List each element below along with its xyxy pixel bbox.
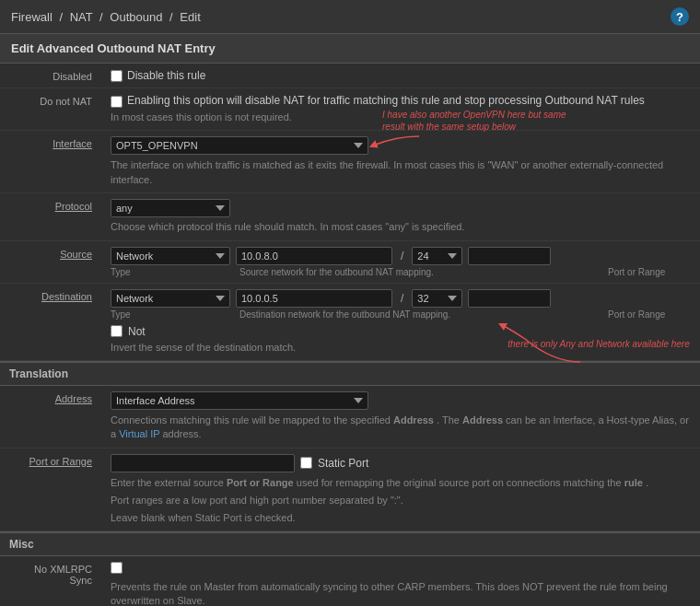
- pr-help3: .: [646, 477, 648, 488]
- address-label: Address: [0, 386, 101, 448]
- protocol-help: Choose which protocol this rule should m…: [111, 220, 691, 234]
- destination-cidr-select[interactable]: 1234567891011121314151617181920212223242…: [412, 289, 462, 308]
- page-title: Edit Advanced Outbound NAT Entry: [0, 34, 700, 64]
- pr-bold1: Port or Range: [227, 477, 294, 488]
- address-help-bold2: Address: [462, 414, 503, 425]
- protocol-label: Protocol: [0, 193, 101, 240]
- address-help-bold: Address: [393, 414, 434, 425]
- address-help-text2: . The: [437, 414, 460, 425]
- port-range-label: Port or Range: [0, 448, 101, 530]
- do-not-nat-checkbox[interactable]: [111, 96, 122, 108]
- port-range-help2: Port ranges are a low port and high port…: [111, 494, 691, 507]
- interface-label: Interface: [0, 131, 101, 193]
- source-port-label: Port or Range: [608, 267, 691, 277]
- not-label: Not: [128, 325, 146, 338]
- source-inline: Network / 123456789101112131415161718192…: [111, 247, 691, 265]
- destination-port-range-input[interactable]: [468, 289, 551, 308]
- do-not-nat-checkbox-label[interactable]: Enabling this option will disable NAT fo…: [111, 94, 691, 108]
- source-port-range-input[interactable]: [468, 247, 551, 265]
- interface-row: Interface OPT5_OPENVPN I have also anoth…: [0, 131, 700, 193]
- address-help-text4: address.: [162, 428, 201, 439]
- static-port-row: Static Port: [111, 454, 691, 472]
- protocol-select[interactable]: any: [111, 199, 230, 217]
- form-table: Disabled Disable this rule Do not NAT En…: [0, 64, 700, 361]
- xmlrpc-row: No XMLRPC Sync Prevents the rule on Mast…: [0, 556, 700, 606]
- source-label: Source: [0, 240, 101, 283]
- static-port-label: Static Port: [318, 457, 368, 470]
- static-port-checkbox[interactable]: [300, 457, 312, 469]
- destination-network-label: Destination network for the outbound NAT…: [239, 309, 450, 320]
- protocol-row: Protocol any Choose which protocol this …: [0, 193, 700, 240]
- address-help: Connections matching this rule will be m…: [111, 414, 691, 442]
- port-range-cell: Static Port Enter the external source Po…: [101, 448, 700, 530]
- xmlrpc-checkbox[interactable]: [111, 562, 122, 574]
- address-help-text1: Connections matching this rule will be m…: [111, 414, 391, 425]
- destination-row: Destination Network / 123456789101112131…: [0, 283, 700, 360]
- interface-annotation: I have also another OpenVPN here but sam…: [382, 109, 585, 133]
- address-help-link[interactable]: Virtual IP: [119, 428, 159, 439]
- port-range-main-input[interactable]: [111, 454, 295, 472]
- pr-help2: used for remapping the original source p…: [297, 477, 622, 488]
- translation-table: Address Interface Address Connections ma…: [0, 386, 700, 531]
- pr-bold2: rule: [624, 477, 643, 488]
- disabled-text: Disable this rule: [127, 69, 205, 82]
- interface-cell: OPT5_OPENVPN I have also another OpenVPN…: [101, 131, 700, 193]
- xmlrpc-help: Prevents the rule on Master from automat…: [111, 580, 691, 606]
- breadcrumb-edit: Edit: [180, 10, 200, 24]
- source-network-input[interactable]: [236, 247, 392, 265]
- destination-type-label: Type: [111, 309, 230, 320]
- port-range-help: Enter the external source Port or Range …: [111, 476, 691, 490]
- misc-section-header: Misc: [0, 531, 700, 556]
- destination-inline: Network / 123456789101112131415161718192…: [111, 289, 691, 308]
- port-range-help3: Leave blank when Static Port is checked.: [111, 511, 691, 525]
- source-cell: Network / 123456789101112131415161718192…: [101, 240, 700, 283]
- disabled-label: Disabled: [0, 64, 101, 88]
- destination-cell: Network / 123456789101112131415161718192…: [101, 283, 700, 360]
- source-type-label: Type: [111, 267, 230, 277]
- not-checkbox[interactable]: [111, 325, 122, 337]
- destination-port-label: Port or Range: [608, 309, 691, 320]
- source-labels: Type Source network for the outbound NAT…: [111, 267, 691, 277]
- source-network-label: Source network for the outbound NAT mapp…: [239, 267, 434, 277]
- address-row: Address Interface Address Connections ma…: [0, 386, 700, 448]
- breadcrumb: Firewall / NAT / Outbound / Edit: [11, 10, 201, 24]
- disabled-cell: Disable this rule: [101, 64, 700, 88]
- disabled-checkbox[interactable]: [111, 70, 122, 82]
- interface-select[interactable]: OPT5_OPENVPN: [111, 136, 368, 155]
- source-row: Source Network / 12345678910111213141516…: [0, 240, 700, 283]
- breadcrumb-outbound: Outbound: [110, 10, 162, 24]
- destination-arrow: [497, 320, 608, 367]
- port-range-row: Port or Range Static Port Enter the exte…: [0, 448, 700, 530]
- source-type-select[interactable]: Network: [111, 247, 230, 265]
- breadcrumb-nat: NAT: [70, 10, 93, 24]
- do-not-nat-text: Enabling this option will disable NAT fo…: [127, 94, 645, 107]
- disabled-row: Disabled Disable this rule: [0, 64, 700, 88]
- disabled-checkbox-label[interactable]: Disable this rule: [111, 69, 691, 82]
- destination-label: Destination: [0, 283, 101, 360]
- xmlrpc-cell: Prevents the rule on Master from automat…: [101, 556, 700, 606]
- protocol-cell: any Choose which protocol this rule shou…: [101, 193, 700, 240]
- source-cidr-select[interactable]: 1234567891011121314151617181920212223242…: [412, 247, 462, 265]
- main-content: Disabled Disable this rule Do not NAT En…: [0, 64, 700, 606]
- do-not-nat-row: Do not NAT Enabling this option will dis…: [0, 88, 700, 131]
- destination-type-select[interactable]: Network: [111, 289, 230, 308]
- breadcrumb-firewall: Firewall: [11, 10, 52, 24]
- topbar: Firewall / NAT / Outbound / Edit ?: [0, 0, 700, 34]
- interface-arrow: [368, 132, 424, 159]
- pr-help1: Enter the external source: [111, 477, 224, 488]
- do-not-nat-label: Do not NAT: [0, 88, 101, 131]
- destination-labels: Type Destination network for the outboun…: [111, 309, 691, 320]
- xmlrpc-label: No XMLRPC Sync: [0, 556, 101, 606]
- interface-help: The interface on which traffic is matche…: [111, 158, 691, 187]
- address-select[interactable]: Interface Address: [111, 391, 368, 410]
- address-cell: Interface Address Connections matching t…: [101, 386, 700, 448]
- destination-network-input[interactable]: [236, 289, 392, 308]
- help-button[interactable]: ?: [671, 7, 689, 26]
- misc-table: No XMLRPC Sync Prevents the rule on Mast…: [0, 556, 700, 606]
